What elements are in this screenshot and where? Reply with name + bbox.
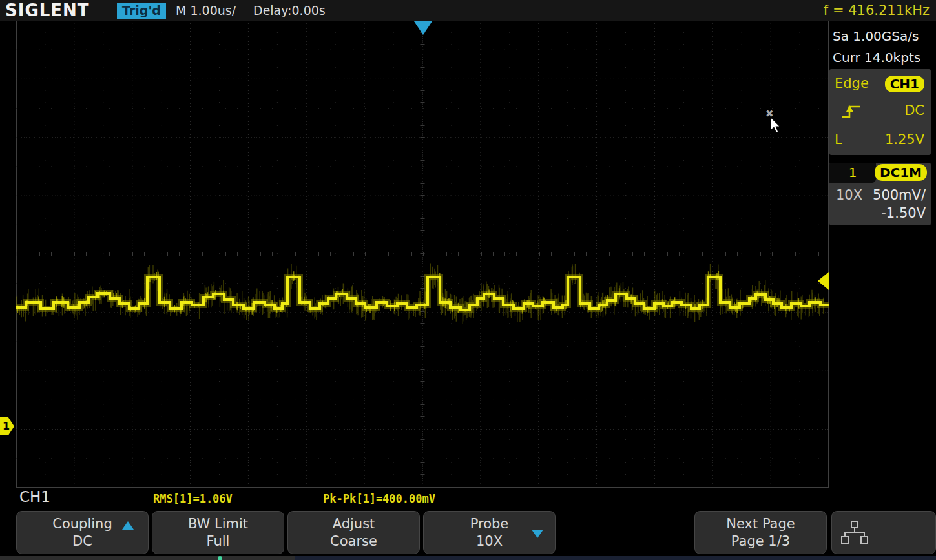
arrow-down-icon: [532, 530, 543, 538]
delay-readout[interactable]: Delay:0.00s: [253, 3, 326, 17]
sample-rate-readout: Sa 1.00GSa/s: [833, 28, 919, 44]
mouse-cursor: ✖: [764, 108, 786, 135]
softkey-title: BW Limit: [152, 516, 284, 532]
softkey-coupling[interactable]: Coupling DC: [16, 511, 149, 554]
oscilloscope-screen: SIGLENT Trig'd M 1.00us/ Delay:0.00s f =…: [0, 0, 936, 560]
softkey-value: Coarse: [288, 534, 419, 549]
measure-channel-label: CH1: [19, 488, 50, 505]
channel1-panel[interactable]: 1 DC1M 10X 500mV/ -1.50V: [829, 163, 931, 225]
trigger-level-value: 1.25V: [885, 132, 924, 147]
siglent-logo: SIGLENT: [5, 1, 90, 20]
status-dot: [218, 556, 222, 560]
trigger-type-row: Edge CH1: [829, 76, 931, 95]
bottom-partial-row-blue: [295, 556, 936, 560]
waveform-svg: [16, 21, 829, 488]
top-status-bar: SIGLENT Trig'd M 1.00us/ Delay:0.00s f =…: [0, 0, 936, 21]
trigger-level-marker[interactable]: [818, 272, 829, 290]
trigger-type-label: Edge: [835, 76, 869, 91]
network-status-box[interactable]: [831, 511, 936, 554]
softkey-value: DC: [17, 534, 148, 549]
softkey-title: Next Page: [695, 516, 826, 532]
trigger-slope-row: DC: [829, 103, 931, 122]
softkey-value: Full: [152, 534, 284, 549]
softkey-title: Adjust: [288, 516, 419, 532]
softkey-bw-limit[interactable]: BW Limit Full: [152, 511, 284, 554]
timebase-readout[interactable]: M 1.00us/: [176, 3, 236, 17]
softkey-next-page[interactable]: Next Page Page 1/3: [694, 511, 827, 554]
channel1-number-tab: 1: [829, 163, 876, 183]
channel1-probe-attenuation: 10X: [836, 187, 862, 203]
trigger-level-label: L: [835, 132, 842, 147]
pkpk-measurement: Pk-Pk[1]=400.00mV: [323, 492, 435, 505]
rms-measurement: RMS[1]=1.06V: [153, 492, 233, 505]
frequency-counter: f = 416.211kHz: [824, 3, 930, 18]
rising-edge-icon: [841, 101, 862, 124]
trigger-coupling-value: DC: [904, 103, 924, 118]
waveform-display-area: [16, 21, 829, 488]
softkey-probe[interactable]: Probe 10X: [423, 511, 556, 554]
memory-depth-readout: Curr 14.0kpts: [833, 50, 920, 65]
lan-icon: [840, 521, 869, 546]
trigger-level-row: L 1.25V: [829, 132, 931, 151]
trigger-panel[interactable]: Edge CH1 DC L 1.25V: [829, 69, 931, 155]
channel1-volts-per-div: 500mV/: [873, 187, 926, 203]
channel1-ground-marker[interactable]: 1: [0, 417, 14, 435]
channel1-offset: -1.50V: [881, 205, 926, 221]
softkey-value: Page 1/3: [695, 534, 826, 549]
softkey-adjust[interactable]: Adjust Coarse: [287, 511, 420, 554]
bottom-partial-row: [0, 556, 295, 560]
channel1-coupling-badge: DC1M: [875, 164, 927, 181]
arrow-up-icon: [122, 521, 134, 530]
trigger-position-marker[interactable]: [414, 21, 432, 35]
trigger-status-badge: Trig'd: [117, 3, 166, 19]
trigger-source-badge: CH1: [885, 76, 924, 92]
cursor-arrow-icon: [769, 117, 782, 134]
